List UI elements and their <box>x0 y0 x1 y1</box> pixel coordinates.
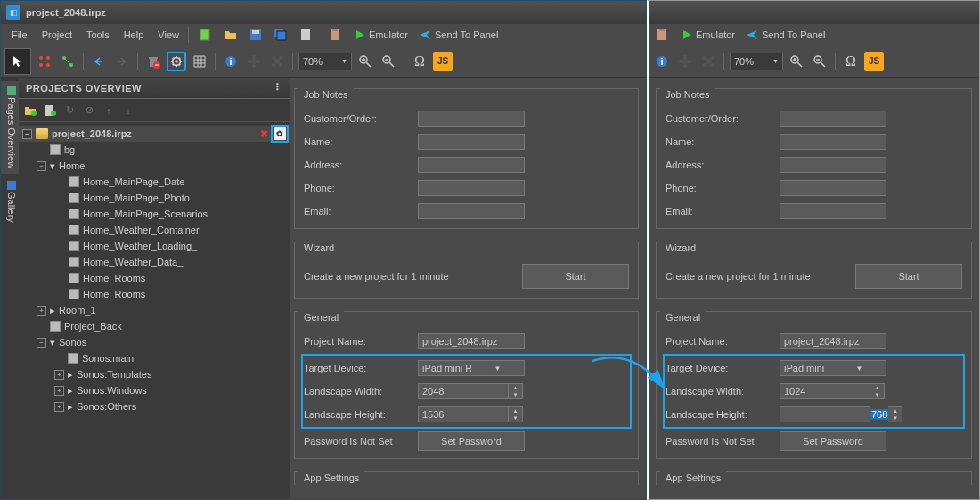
input-project-name[interactable] <box>418 333 525 349</box>
spinner-down-icon[interactable]: ▼ <box>509 414 522 422</box>
expander-icon[interactable]: + <box>54 386 64 396</box>
settings-gear-icon[interactable] <box>167 52 186 71</box>
add-folder-icon[interactable] <box>22 102 38 119</box>
tree-row[interactable]: +▸Sonos:Templates <box>19 366 290 382</box>
js-icon[interactable]: JS <box>864 52 884 71</box>
flower-icon[interactable] <box>244 52 264 71</box>
spinner-up-icon[interactable]: ▲ <box>509 407 522 414</box>
stop-icon[interactable]: ⊘ <box>81 102 97 119</box>
emulator-button[interactable]: Emulator <box>349 28 413 42</box>
tree-row[interactable]: −▾Home <box>19 158 290 174</box>
dropdown-target-device[interactable]: iPad mini Retina (204▼ <box>418 360 525 376</box>
save-icon[interactable] <box>246 25 265 45</box>
set-password-button[interactable]: Set Password <box>780 431 886 451</box>
tree-row[interactable]: +▸Sonos:Others <box>19 398 290 414</box>
flower2-icon[interactable] <box>698 52 718 71</box>
start-button[interactable]: Start <box>522 264 629 289</box>
zoom-out-icon[interactable] <box>379 52 398 71</box>
tree-row[interactable]: bg <box>19 142 290 158</box>
input-landscape-height[interactable] <box>418 406 509 422</box>
input-address[interactable] <box>418 157 525 173</box>
input-landscape-height[interactable] <box>780 406 870 422</box>
nodes-red-icon[interactable] <box>35 52 54 71</box>
add-page-icon[interactable] <box>42 102 58 119</box>
tree-row[interactable]: Home_Weather_Data_ <box>19 254 290 270</box>
js-icon[interactable]: JS <box>433 52 453 71</box>
input-email[interactable] <box>418 203 525 219</box>
input-email[interactable] <box>780 203 886 219</box>
down-icon[interactable]: ↓ <box>120 102 136 119</box>
spinner-up-icon[interactable]: ▲ <box>509 384 522 391</box>
menu-tools[interactable]: Tools <box>79 28 117 42</box>
tree-row[interactable]: Home_Rooms_ <box>19 286 290 302</box>
save-all-icon[interactable] <box>271 25 290 45</box>
send-to-panel-button[interactable]: Send To Panel <box>740 28 830 42</box>
undo-icon[interactable] <box>89 52 109 71</box>
open-icon[interactable] <box>221 25 241 45</box>
input-landscape-width[interactable] <box>418 383 509 399</box>
tree-row[interactable]: −▾Sonos <box>19 334 290 350</box>
project-settings-icon[interactable]: ✿ <box>274 127 286 140</box>
expander-icon[interactable]: − <box>37 161 46 171</box>
input-phone[interactable] <box>418 180 525 196</box>
send-to-panel-button[interactable]: Send To Panel <box>413 28 503 42</box>
expander-icon[interactable]: − <box>22 129 32 139</box>
menu-file[interactable]: File <box>4 28 35 42</box>
tree-row[interactable]: +▸Sonos:Windows <box>19 382 290 398</box>
input-landscape-width[interactable] <box>780 383 870 399</box>
tree-row[interactable]: Home_Weather_Loading_ <box>19 238 290 254</box>
omega-icon[interactable]: Ω <box>410 52 429 71</box>
input-customer[interactable] <box>780 111 886 127</box>
tree-row[interactable]: Home_Weather_Container <box>19 222 290 238</box>
menu-view[interactable]: View <box>151 28 186 42</box>
tree-row[interactable]: Project_Back <box>19 318 290 334</box>
dropdown-target-device[interactable]: iPad mini▼ <box>780 360 886 376</box>
spinner-up-icon[interactable]: ▲ <box>888 407 902 414</box>
zoom-in-icon[interactable] <box>355 52 375 71</box>
flower2-icon[interactable] <box>267 52 287 71</box>
side-tab-pages[interactable]: Pages Overview <box>1 81 19 174</box>
expander-icon[interactable]: + <box>54 370 64 380</box>
clipboard-icon[interactable] <box>652 25 672 45</box>
refresh-icon[interactable]: ↻ <box>61 102 78 119</box>
tree-row[interactable]: Sonos:main <box>19 350 290 366</box>
spinner-up-icon[interactable]: ▲ <box>870 384 884 391</box>
info-icon[interactable]: i <box>221 52 241 71</box>
start-button[interactable]: Start <box>855 264 962 289</box>
spinner-down-icon[interactable]: ▼ <box>509 391 522 398</box>
tree-row[interactable]: Home_MainPage_Photo <box>19 190 290 206</box>
expander-icon[interactable]: + <box>37 306 46 316</box>
input-customer[interactable] <box>418 111 525 127</box>
redo-icon[interactable] <box>112 52 132 71</box>
panel-menu-icon[interactable]: ⠇ <box>275 82 283 94</box>
input-address[interactable] <box>780 157 886 173</box>
tree-row[interactable]: Home_MainPage_Date <box>19 174 290 190</box>
spinner-down-icon[interactable]: ▼ <box>870 391 884 398</box>
menu-help[interactable]: Help <box>117 28 151 42</box>
flower-icon[interactable] <box>675 52 695 71</box>
emulator-button[interactable]: Emulator <box>676 28 740 42</box>
cursor-tool[interactable] <box>4 48 31 75</box>
input-phone[interactable] <box>780 180 886 196</box>
side-tab-gallery[interactable]: Gallery <box>1 176 19 228</box>
input-project-name[interactable] <box>780 333 886 349</box>
close-project-icon[interactable]: ✖ <box>257 127 270 140</box>
zoom-out-icon[interactable] <box>810 52 829 71</box>
expander-icon[interactable]: + <box>54 402 64 412</box>
nodes-green-icon[interactable] <box>58 52 78 71</box>
zoom-select[interactable]: 70%▼ <box>730 53 783 70</box>
tree-row[interactable]: Home_MainPage_Scenarios <box>19 206 290 222</box>
delete-icon[interactable] <box>143 52 163 71</box>
set-password-button[interactable]: Set Password <box>418 431 525 451</box>
zoom-select[interactable]: 70%▼ <box>298 53 352 70</box>
input-name[interactable] <box>418 134 525 150</box>
menu-project[interactable]: Project <box>35 28 79 42</box>
up-icon[interactable]: ↑ <box>101 102 117 119</box>
doc-icon[interactable] <box>296 25 315 45</box>
zoom-in-icon[interactable] <box>787 52 806 71</box>
spinner-down-icon[interactable]: ▼ <box>888 414 902 422</box>
omega-icon[interactable]: Ω <box>841 52 861 71</box>
tree-row[interactable]: Home_Rooms <box>19 270 290 286</box>
clipboard-icon[interactable] <box>325 25 345 45</box>
info-icon[interactable]: i <box>652 52 672 71</box>
